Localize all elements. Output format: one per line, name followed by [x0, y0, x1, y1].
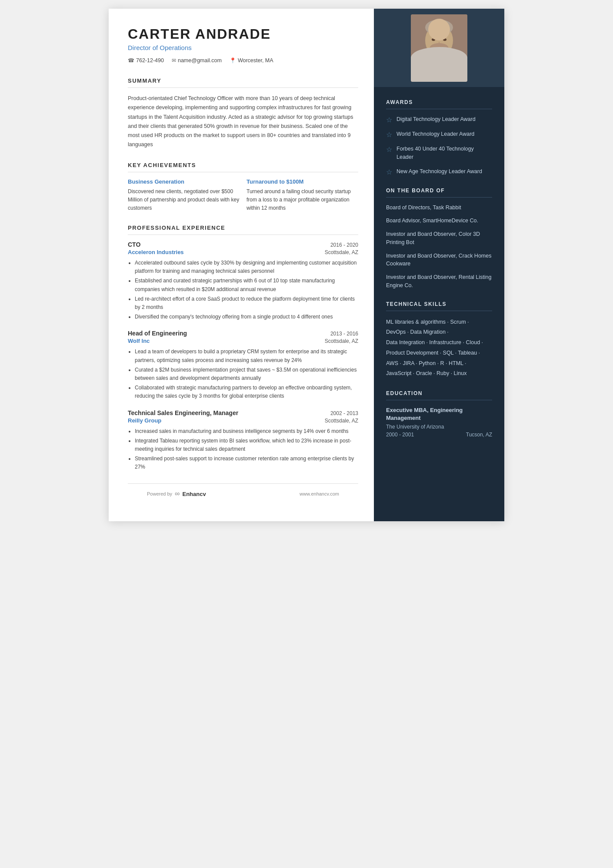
header-section: CARTER ANDRADE Director of Operations ☎ … [128, 26, 358, 64]
phone-contact: ☎ 762-12-490 [128, 57, 164, 64]
experience-section-title: PROFESSIONAL EXPERIENCE [128, 225, 358, 231]
board-divider [386, 197, 492, 198]
phone-icon: ☎ [128, 57, 134, 64]
edu-item-0: Executive MBA, Engineering Management Th… [386, 406, 492, 438]
awards-section: AWARDS ☆ Digital Technology Leader Award… [386, 99, 492, 176]
award-item-0: ☆ Digital Technology Leader Award [386, 115, 492, 124]
award-item-2: ☆ Forbes 40 Under 40 Technology Leader [386, 145, 492, 161]
svg-point-7 [443, 38, 446, 41]
job-company-1: Wolf Inc [128, 338, 150, 344]
board-item-3: Investor and Board Observer, Crack Homes… [386, 252, 492, 268]
job-company-0: Acceleron Industries [128, 249, 184, 255]
right-column: AWARDS ☆ Digital Technology Leader Award… [374, 9, 504, 521]
summary-section: SUMMARY Product-orientated Chief Technol… [128, 77, 358, 150]
bullet-2-0: Increased sales in manufacturing and bus… [135, 427, 358, 436]
edu-location-0: Tucson, AZ [466, 432, 492, 438]
job-dates-0: 2016 - 2020 [330, 242, 358, 248]
job-bullets-2: Increased sales in manufacturing and bus… [128, 427, 358, 472]
job-location-0: Scottsdale, AZ [325, 249, 358, 255]
location-value: Worcester, MA [238, 57, 273, 64]
award-text-3: New Age Technology Leader Award [396, 168, 482, 176]
skills-line-4: AWS · JIRA · Python · R · HTML · [386, 360, 466, 366]
svg-point-4 [425, 20, 453, 35]
job-bullets-1: Lead a team of developers to build a pro… [128, 348, 358, 400]
svg-point-6 [432, 38, 435, 41]
job-dates-1: 2013 - 2016 [330, 331, 358, 337]
svg-rect-1 [417, 58, 461, 82]
profile-photo [411, 14, 467, 82]
right-content: AWARDS ☆ Digital Technology Leader Award… [374, 87, 504, 521]
achievements-section-title: KEY ACHIEVEMENTS [128, 162, 358, 168]
achievement-item-0: Business Generation Discovered new clien… [128, 178, 240, 213]
bullet-2-2: Streamlined post-sales support to increa… [135, 455, 358, 471]
bullet-0-1: Established and curated strategic partne… [135, 277, 358, 293]
job-header-row-2: Technical Sales Engineering, Manager 200… [128, 409, 358, 416]
skills-line-0: ML libraries & algorithms · Scrum · [386, 319, 469, 325]
board-section-title: ON THE BOARD OF [386, 188, 492, 194]
achievement-title-0: Business Generation [128, 178, 240, 185]
job-header-row-1: Head of Engineering 2013 - 2016 [128, 330, 358, 337]
location-icon: 📍 [230, 57, 236, 64]
skills-section: TECHNICAL SKILLS ML libraries & algorith… [386, 301, 492, 379]
resume-container: CARTER ANDRADE Director of Operations ☎ … [109, 9, 504, 521]
bullet-0-2: Led re-architect effort of a core SaaS p… [135, 295, 358, 312]
achievement-item-1: Turnaround to $100M Turned around a fail… [247, 178, 358, 213]
skills-section-title: TECHNICAL SKILLS [386, 301, 492, 307]
candidate-title: Director of Operations [128, 44, 358, 51]
star-icon-3: ☆ [386, 168, 392, 176]
job-company-row-2: Reilly Group Scottsdale, AZ [128, 417, 358, 424]
skills-line-3: Product Development · SQL · Tableau · [386, 350, 480, 356]
summary-section-title: SUMMARY [128, 77, 358, 84]
achievements-grid: Business Generation Discovered new clien… [128, 178, 358, 213]
achievement-text-0: Discovered new clients, negotiated over … [128, 188, 240, 213]
education-divider [386, 400, 492, 400]
skills-divider [386, 311, 492, 311]
skills-text: ML libraries & algorithms · Scrum · DevO… [386, 317, 492, 379]
job-company-row-1: Wolf Inc Scottsdale, AZ [128, 338, 358, 344]
award-text-1: World Technology Leader Award [396, 130, 474, 138]
bullet-2-1: Integrated Tableau reporting system into… [135, 437, 358, 453]
footer-bar: Powered by ∞ Enhancv www.enhancv.com [128, 483, 358, 504]
edu-degree-0: Executive MBA, Engineering Management [386, 406, 492, 422]
left-column: CARTER ANDRADE Director of Operations ☎ … [109, 9, 374, 521]
job-entry-1: Head of Engineering 2013 - 2016 Wolf Inc… [128, 330, 358, 400]
job-location-2: Scottsdale, AZ [325, 418, 358, 424]
job-location-1: Scottsdale, AZ [325, 338, 358, 344]
job-title-1: Head of Engineering [128, 330, 187, 337]
achievement-title-1: Turnaround to $100M [247, 178, 358, 185]
experience-section: PROFESSIONAL EXPERIENCE CTO 2016 - 2020 … [128, 225, 358, 471]
awards-divider [386, 109, 492, 109]
star-icon-0: ☆ [386, 116, 392, 124]
board-item-0: Board of Directors, Task Rabbit [386, 204, 492, 212]
bullet-0-0: Accelerated outbound sales cycle by 330%… [135, 259, 358, 275]
phone-value: 762-12-490 [136, 57, 164, 64]
job-entry-0: CTO 2016 - 2020 Acceleron Industries Sco… [128, 241, 358, 321]
award-item-3: ☆ New Age Technology Leader Award [386, 168, 492, 176]
achievements-divider [128, 172, 358, 172]
skills-line-1: DevOps · Data Migration · [386, 329, 449, 335]
email-icon: ✉ [172, 57, 176, 64]
edu-school-0: The University of Arizona [386, 424, 492, 430]
award-text-2: Forbes 40 Under 40 Technology Leader [396, 145, 492, 161]
job-title-2: Technical Sales Engineering, Manager [128, 409, 238, 416]
award-item-1: ☆ World Technology Leader Award [386, 130, 492, 139]
star-icon-2: ☆ [386, 145, 392, 154]
contact-row: ☎ 762-12-490 ✉ name@gmail.com 📍 Worceste… [128, 57, 358, 64]
job-dates-2: 2002 - 2013 [330, 410, 358, 416]
svg-rect-2 [433, 49, 445, 62]
awards-section-title: AWARDS [386, 99, 492, 105]
summary-text: Product-orientated Chief Technology Offi… [128, 94, 358, 150]
board-item-4: Investor and Board Observer, Rental List… [386, 273, 492, 290]
profile-photo-container [374, 9, 504, 87]
experience-divider [128, 235, 358, 235]
footer-url: www.enhancv.com [300, 491, 339, 496]
bullet-0-3: Diversified the company's technology off… [135, 313, 358, 321]
achievements-section: KEY ACHIEVEMENTS Business Generation Dis… [128, 162, 358, 213]
svg-point-3 [425, 24, 453, 57]
enhancv-logo-icon: ∞ [175, 490, 180, 498]
job-header-row-0: CTO 2016 - 2020 [128, 241, 358, 248]
email-contact: ✉ name@gmail.com [172, 57, 222, 64]
svg-rect-0 [411, 14, 467, 82]
bullet-1-2: Collaborated with strategic manufacturin… [135, 384, 358, 400]
education-section-title: EDUCATION [386, 390, 492, 396]
